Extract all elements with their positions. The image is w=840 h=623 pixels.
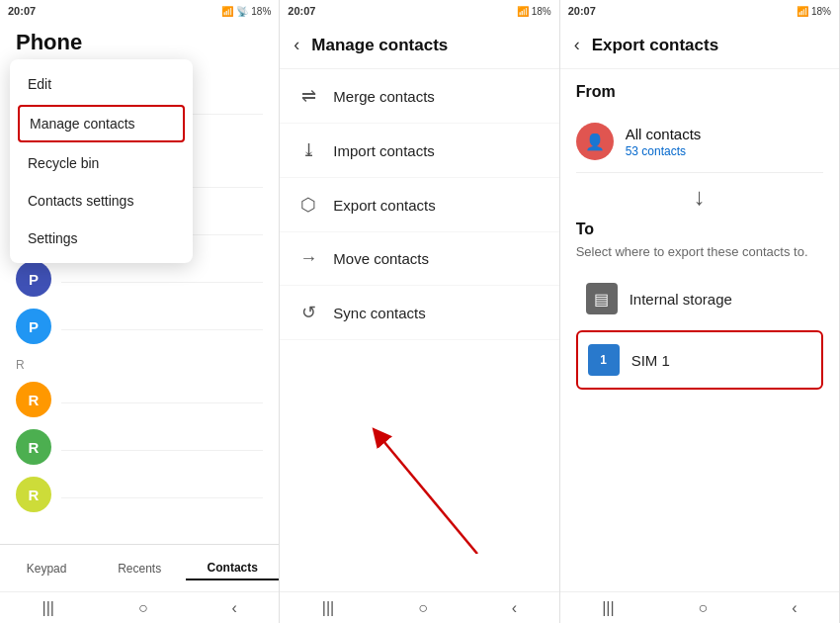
nav-home-icon[interactable]: ○ bbox=[138, 599, 148, 617]
menu-move-contacts[interactable]: → Move contacts bbox=[280, 232, 558, 286]
nav-menu-icon-3[interactable]: ||| bbox=[602, 599, 614, 617]
panel-export-contacts: 20:07 📶 18% ‹ Export contacts From 👤 All… bbox=[560, 0, 840, 623]
avatar: R bbox=[16, 477, 51, 512]
wifi-icon-2: 📶 bbox=[517, 6, 529, 17]
sys-nav-2: ||| ○ ‹ bbox=[280, 591, 558, 623]
battery-1: 18% bbox=[251, 6, 271, 17]
sim1-label: SIM 1 bbox=[631, 352, 670, 369]
export-label: Export contacts bbox=[333, 197, 435, 214]
sync-label: Sync contacts bbox=[333, 305, 425, 321]
contact-row[interactable]: P bbox=[16, 303, 263, 350]
contact-row[interactable]: R bbox=[16, 376, 263, 423]
signal-icon: 📡 bbox=[236, 6, 248, 17]
direction-arrow-icon: ↓ bbox=[576, 183, 823, 211]
nav-contacts[interactable]: Contacts bbox=[186, 557, 279, 580]
battery-3: 18% bbox=[811, 6, 831, 17]
status-bar-2: 20:07 📶 18% bbox=[280, 0, 558, 22]
menu-sync-contacts[interactable]: ↺ Sync contacts bbox=[280, 286, 558, 340]
from-count: 53 contacts bbox=[626, 144, 702, 158]
sync-icon: ↺ bbox=[297, 302, 319, 323]
from-card: 👤 All contacts 53 contacts bbox=[576, 111, 823, 173]
phone-title: Phone bbox=[0, 22, 279, 61]
status-icons-1: 📶 📡 18% bbox=[221, 6, 271, 17]
bottom-nav: Keypad Recents Contacts bbox=[0, 544, 279, 591]
move-label: Move contacts bbox=[333, 250, 429, 267]
import-label: Import contacts bbox=[333, 142, 435, 159]
avatar: R bbox=[16, 429, 51, 465]
dropdown-edit[interactable]: Edit bbox=[10, 65, 193, 103]
panel-phone: 20:07 📶 📡 18% Phone M M P P P P P bbox=[0, 0, 280, 623]
contact-row[interactable]: R bbox=[16, 471, 263, 518]
nav-back-icon[interactable]: ‹ bbox=[232, 599, 237, 617]
time-2: 20:07 bbox=[288, 5, 315, 17]
sim1-option[interactable]: 1 SIM 1 bbox=[576, 330, 823, 390]
export-body: From 👤 All contacts 53 contacts ↓ To Sel… bbox=[560, 69, 839, 591]
dropdown-menu: Edit Manage contacts Recycle bin Contact… bbox=[10, 59, 193, 263]
dropdown-settings[interactable]: Settings bbox=[10, 220, 193, 257]
avatar: P bbox=[16, 261, 51, 297]
status-icons-2: 📶 18% bbox=[517, 6, 551, 17]
nav-recents[interactable]: Recents bbox=[93, 558, 186, 579]
manage-contacts-menu: ⇌ Merge contacts ⤓ Import contacts ⬡ Exp… bbox=[280, 69, 558, 591]
all-contacts-avatar: 👤 bbox=[576, 123, 614, 160]
sys-nav-1: ||| ○ ‹ bbox=[0, 591, 279, 623]
internal-storage-option[interactable]: ▤ Internal storage bbox=[576, 271, 823, 326]
menu-merge-contacts[interactable]: ⇌ Merge contacts bbox=[280, 69, 558, 124]
status-bar-1: 20:07 📶 📡 18% bbox=[0, 0, 279, 22]
to-label: To bbox=[576, 221, 823, 238]
nav-back-icon-2[interactable]: ‹ bbox=[512, 599, 517, 617]
import-icon: ⤓ bbox=[297, 139, 319, 161]
back-button-2[interactable]: ‹ bbox=[294, 35, 299, 55]
avatar: R bbox=[16, 382, 51, 417]
battery-2: 18% bbox=[532, 6, 551, 17]
dropdown-contacts-settings[interactable]: Contacts settings bbox=[10, 182, 193, 220]
from-info: All contacts 53 contacts bbox=[626, 126, 702, 158]
nav-back-icon-3[interactable]: ‹ bbox=[792, 599, 797, 617]
manage-contacts-title: Manage contacts bbox=[311, 36, 448, 55]
from-label: From bbox=[576, 83, 823, 101]
to-select-text: Select where to export these contacts to… bbox=[576, 244, 823, 259]
wifi-icon: 📶 bbox=[221, 6, 233, 17]
menu-import-contacts[interactable]: ⤓ Import contacts bbox=[280, 124, 558, 178]
merge-icon: ⇌ bbox=[297, 85, 319, 107]
sim1-icon: 1 bbox=[588, 344, 620, 376]
status-icons-3: 📶 18% bbox=[797, 6, 831, 17]
menu-export-contacts[interactable]: ⬡ Export contacts bbox=[280, 178, 558, 232]
internal-storage-icon: ▤ bbox=[586, 283, 618, 314]
avatar: P bbox=[16, 309, 51, 344]
nav-home-icon-3[interactable]: ○ bbox=[699, 599, 709, 617]
nav-menu-icon[interactable]: ||| bbox=[42, 599, 53, 617]
section-r: R bbox=[16, 358, 263, 372]
nav-keypad[interactable]: Keypad bbox=[0, 558, 93, 579]
move-icon: → bbox=[297, 248, 319, 269]
nav-menu-icon-2[interactable]: ||| bbox=[322, 599, 334, 617]
panel-manage-contacts: 20:07 📶 18% ‹ Manage contacts ⇌ Merge co… bbox=[280, 0, 559, 623]
internal-storage-label: Internal storage bbox=[630, 291, 732, 308]
export-contacts-title: Export contacts bbox=[592, 36, 718, 55]
dropdown-manage-contacts[interactable]: Manage contacts bbox=[18, 105, 185, 142]
time-3: 20:07 bbox=[568, 5, 596, 17]
time-1: 20:07 bbox=[8, 5, 36, 17]
wifi-icon-3: 📶 bbox=[797, 6, 808, 17]
person-icon: 👤 bbox=[585, 133, 605, 151]
export-icon: ⬡ bbox=[297, 194, 319, 216]
merge-label: Merge contacts bbox=[333, 88, 435, 105]
contact-row[interactable]: R bbox=[16, 423, 263, 471]
export-contacts-header: ‹ Export contacts bbox=[560, 22, 839, 69]
dropdown-recycle-bin[interactable]: Recycle bin bbox=[10, 144, 193, 182]
sys-nav-3: ||| ○ ‹ bbox=[560, 591, 839, 623]
status-bar-3: 20:07 📶 18% bbox=[560, 0, 839, 22]
back-button-3[interactable]: ‹ bbox=[574, 35, 580, 55]
nav-home-icon-2[interactable]: ○ bbox=[418, 599, 428, 617]
from-name: All contacts bbox=[626, 126, 702, 142]
manage-contacts-header: ‹ Manage contacts bbox=[280, 22, 558, 69]
